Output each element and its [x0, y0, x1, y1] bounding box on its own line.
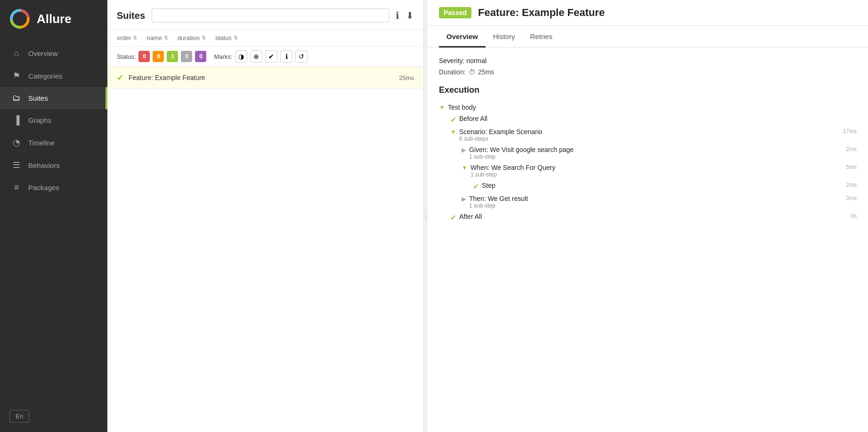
mark-btn-1[interactable]: ⊕ [250, 50, 262, 63]
language-button[interactable]: En [9, 410, 29, 423]
after-all-label: After All [459, 213, 841, 220]
check-icon: ✔ [473, 182, 479, 191]
status-badge-gray[interactable]: 0 [181, 51, 192, 62]
sidebar-logo: Allure [0, 0, 107, 38]
suite-pass-icon: ✔ [117, 72, 124, 83]
sidebar-item-label: Graphs [28, 116, 51, 124]
sort-duration[interactable]: duration ⇅ [178, 34, 206, 41]
chevron-down-icon: ▼ [462, 164, 468, 171]
sidebar-item-packages[interactable]: ≡ Packages [0, 176, 107, 199]
suite-row[interactable]: ✔ Feature: Example Feature 25ms [107, 67, 423, 89]
home-icon: ⌂ [11, 48, 22, 58]
tab-overview[interactable]: Overview [439, 26, 486, 48]
mark-btn-4[interactable]: ↺ [295, 50, 308, 63]
status-badge-purple[interactable]: 0 [195, 51, 206, 62]
sort-order-label: order [117, 34, 131, 41]
download-icon[interactable]: ⬇ [406, 10, 414, 21]
then-time: 3ms [836, 195, 857, 201]
given-time: 2ms [836, 146, 857, 152]
result-header: Passed Feature: Example Feature [428, 0, 868, 26]
result-tabs: Overview History Retries [428, 26, 868, 48]
check-icon: ✔ [450, 213, 456, 222]
sidebar-item-label: Timeline [28, 139, 55, 147]
duration-label: Duration: [439, 68, 466, 76]
result-content: Severity: normal Duration: ⏱ 25ms Execut… [428, 48, 868, 432]
sort-name-arrows: ⇅ [164, 35, 168, 41]
severity-label: Severity: [439, 57, 464, 64]
suite-list: ✔ Feature: Example Feature 25ms [107, 67, 423, 432]
duration-value: 25ms [478, 68, 494, 76]
sort-order[interactable]: order ⇅ [117, 34, 137, 41]
tab-history[interactable]: History [486, 26, 523, 48]
marks-filter-group: Marks: ◑ ⊕ ✔ ℹ ↺ [214, 50, 308, 63]
sidebar-item-label: Behaviors [28, 161, 60, 169]
status-badge-red[interactable]: 0 [138, 51, 150, 62]
when-sublabel: 1 sub-step [471, 171, 836, 178]
suite-duration: 25ms [399, 74, 414, 81]
mark-btn-2[interactable]: ✔ [265, 50, 277, 63]
when-row[interactable]: ▼ When: We Search For Query 1 sub-step 5… [439, 162, 857, 180]
chevron-down-icon: ▼ [450, 128, 456, 136]
sidebar-item-suites[interactable]: 🗂 Suites [0, 87, 107, 109]
step-row[interactable]: ✔ Step 2ms [439, 180, 857, 193]
when-time: 5ms [836, 164, 857, 170]
scenario-sublabel: 6 sub-steps [459, 136, 834, 142]
suites-title: Suites [117, 10, 145, 21]
sidebar-item-overview[interactable]: ⌂ Overview [0, 42, 107, 64]
allure-logo-icon [9, 8, 30, 29]
chevron-right-icon: ▶ [462, 195, 466, 202]
given-label: Given: We Visit google search page [469, 146, 836, 153]
panel-splitter[interactable]: ⋮ [424, 0, 428, 432]
status-filter-group: Status: 0 0 1 0 0 [117, 51, 206, 62]
info-icon[interactable]: ℹ [396, 10, 399, 21]
sidebar-item-behaviors[interactable]: ☰ Behaviors [0, 154, 107, 176]
sort-status[interactable]: status ⇅ [215, 34, 238, 41]
list-icon: ☰ [11, 160, 22, 170]
sidebar-item-timeline[interactable]: ◔ Timeline [0, 131, 107, 154]
briefcase-icon: 🗂 [11, 93, 22, 103]
search-input[interactable] [152, 8, 389, 23]
sidebar: Allure ⌂ Overview ⚑ Categories 🗂 Suites … [0, 0, 107, 432]
tab-retries[interactable]: Retries [522, 26, 560, 48]
given-row[interactable]: ▶ Given: We Visit google search page 1 s… [439, 144, 857, 162]
then-row[interactable]: ▶ Then: We Get result 1 sub-step 3ms [439, 193, 857, 211]
mark-btn-0[interactable]: ◑ [235, 50, 247, 63]
after-all-time: 0s [841, 213, 857, 219]
sidebar-item-categories[interactable]: ⚑ Categories [0, 64, 107, 87]
clock-icon: ◔ [11, 137, 22, 148]
sort-status-arrows: ⇅ [234, 35, 238, 41]
result-title: Feature: Example Feature [478, 7, 605, 19]
status-badge-green[interactable]: 1 [167, 51, 178, 62]
mark-btn-3[interactable]: ℹ [280, 50, 292, 63]
test-body-row[interactable]: ▼ Test body [439, 102, 857, 113]
scenario-time: 17ms [834, 128, 857, 135]
when-label: When: We Search For Query [471, 164, 836, 171]
result-panel: Passed Feature: Example Feature Overview… [428, 0, 868, 432]
after-all-row[interactable]: ✔ After All 0s [439, 211, 857, 224]
suites-header: Suites ℹ ⬇ [107, 0, 423, 30]
duration-row: Duration: ⏱ 25ms [439, 68, 857, 76]
clock-icon: ⏱ [469, 68, 475, 76]
packages-icon: ≡ [11, 183, 22, 192]
before-all-row[interactable]: ✔ Before All [439, 113, 857, 126]
sort-bar: order ⇅ name ⇅ duration ⇅ status ⇅ [107, 30, 423, 47]
severity-value: normal [466, 57, 487, 64]
check-icon: ✔ [450, 115, 456, 124]
sort-name[interactable]: name ⇅ [146, 34, 168, 41]
scenario-label: Scenario: Example Scenario [459, 128, 834, 136]
given-sublabel: 1 sub-step [469, 153, 836, 160]
sidebar-item-graphs[interactable]: ▐ Graphs [0, 109, 107, 131]
sort-duration-label: duration [178, 34, 200, 41]
before-all-label: Before All [459, 115, 847, 122]
flag-icon: ⚑ [11, 71, 22, 81]
chevron-right-icon: ▶ [462, 146, 466, 153]
test-body-label: Test body [448, 104, 857, 111]
execution-title: Execution [439, 85, 857, 95]
sidebar-item-label: Categories [28, 72, 63, 80]
scenario-row[interactable]: ▼ Scenario: Example Scenario 6 sub-steps… [439, 126, 857, 144]
status-badge: Passed [439, 7, 471, 18]
severity-row: Severity: normal [439, 57, 857, 64]
status-badge-orange[interactable]: 0 [153, 51, 164, 62]
sidebar-footer: En [0, 400, 107, 432]
sort-duration-arrows: ⇅ [202, 35, 206, 41]
